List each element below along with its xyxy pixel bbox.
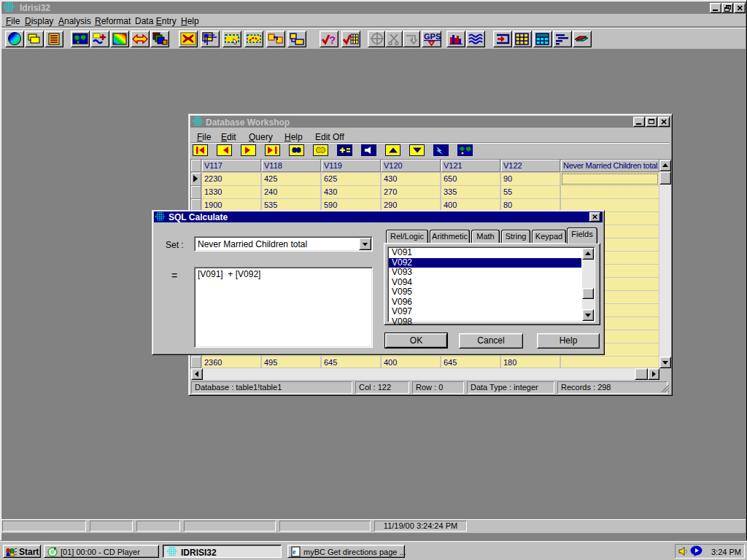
svg-text:e: e	[293, 548, 296, 556]
svg-text:?: ?	[329, 34, 336, 46]
svg-text:GPS: GPS	[424, 32, 441, 41]
